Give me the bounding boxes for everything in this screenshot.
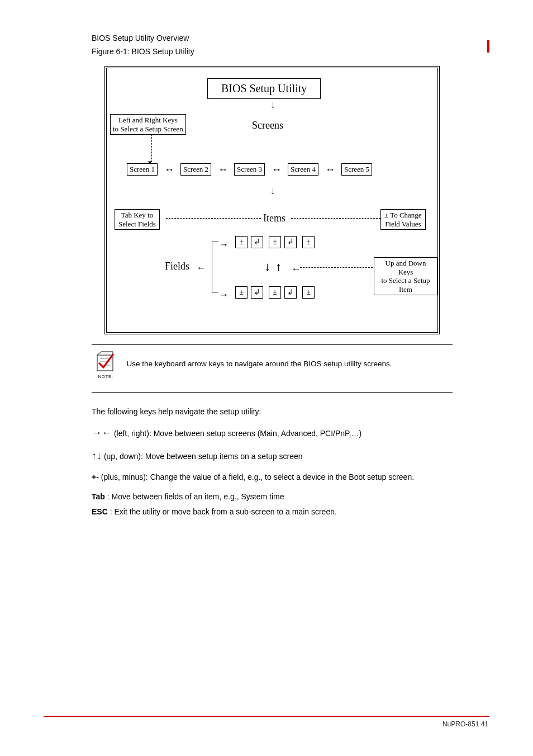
lr-keys-box: Left and Right Keys to Select a Setup Sc… [110,114,186,135]
arrow-left-icon: ← [196,263,206,273]
enter-box: ↲ [251,236,263,248]
arrow-lr-icon: ↔ [164,164,174,174]
arrow-right-icon: → [218,290,229,300]
section-title: BIOS Setup Utility Overview [92,34,488,42]
items-label: Items [263,212,285,224]
ud-keys-box: Up and Down Keys to Select a Setup Item [374,257,437,295]
pm-box: ± [235,236,248,248]
screens-label: Screens [252,120,283,131]
tab-key-text: Tab Key to Select Fields [118,211,156,228]
pm-box: ± [235,286,248,299]
bios-diagram: BIOS Setup Utility ↓ Left and Right Keys… [104,66,440,334]
key-row: +- (plus, minus): Change the value of a … [92,471,453,483]
key-row: →← (left, right): Move between setup scr… [92,426,453,441]
arrow-left-icon: ← [291,264,301,274]
bracket-line [212,242,212,292]
pm-box: ± [302,286,315,299]
key-desc: : Move between fields of an item, e.g., … [107,492,284,501]
note-icon: NOTE: [92,351,120,379]
screen-box: Screen 1 [127,163,158,176]
arrow-right-icon: → [218,239,229,249]
ud-keys-text: Up and Down Keys to Select a Setup Item [381,259,430,294]
footer-text: NuPRO-851 41 [0,717,533,728]
note-block: NOTE: Use the keyboard arrow keys to nav… [92,344,453,393]
tab-key-box: Tab Key to Select Fields [115,209,160,230]
dotted-line [300,267,373,268]
key-row: ESC : Exit the utility or move back from… [92,506,453,518]
screen-box: Screen 2 [180,163,211,176]
key-symbol: +- [92,472,99,481]
bracket-line [212,292,218,292]
keys-intro: The following keys help navigate the set… [92,406,453,418]
key-desc: (up, down): Move between setup items on … [104,452,303,461]
key-desc: (left, right): Move between setup screen… [114,429,361,438]
screen-box: Screen 3 [234,163,265,176]
arrow-down-icon: ↓ [264,261,270,273]
dotted-line [291,218,380,219]
key-row: Tab : Move between fields of an item, e.… [92,491,453,503]
arrow-down-icon: ↓ [270,100,275,110]
enter-box: ↲ [284,236,297,248]
bracket-line [212,242,218,242]
fields-label: Fields [165,261,189,272]
arrow-lr-icon: ↔ [325,164,335,174]
change-values-box: ± To Change Field Values [380,209,426,230]
pm-box: ± [302,236,315,248]
note-label: NOTE: [92,374,120,379]
lr-keys-text: Left and Right Keys to Select a Setup Sc… [113,116,183,133]
arrow-down-icon: ↓ [270,186,275,196]
arrow-up-icon: ↑ [275,261,282,273]
pm-box: ± [269,236,281,248]
key-symbol: →← [92,427,112,438]
keys-list: The following keys help navigate the set… [92,406,453,518]
arrow-lr-icon: ↔ [272,164,282,174]
arrow-lr-icon: ↔ [218,164,228,174]
page-footer: NuPRO-851 41 [0,716,533,728]
enter-box: ↲ [251,286,263,299]
pm-box: ± [269,286,281,299]
note-text: Use the keyboard arrow keys to navigate … [122,351,440,368]
key-desc: (plus, minus): Change the value of a fie… [101,472,414,481]
header-accent-bar [487,40,489,53]
key-row: ↑↓ (up, down): Move between setup items … [92,448,453,464]
diagram-title-box: BIOS Setup Utility [207,78,321,99]
dotted-line [166,218,261,219]
key-desc: : Exit the utility or move back from a s… [110,507,337,516]
change-values-text: ± To Change Field Values [384,211,422,228]
figure-label: Figure 6-1: BIOS Setup Utility [92,47,488,56]
key-symbol: ↑↓ [92,450,102,461]
screen-box: Screen 4 [288,163,318,176]
enter-box: ↲ [284,286,297,299]
key-symbol: Tab [92,492,105,501]
key-symbol: ESC [92,507,108,516]
screen-box: Screen 5 [341,163,372,176]
